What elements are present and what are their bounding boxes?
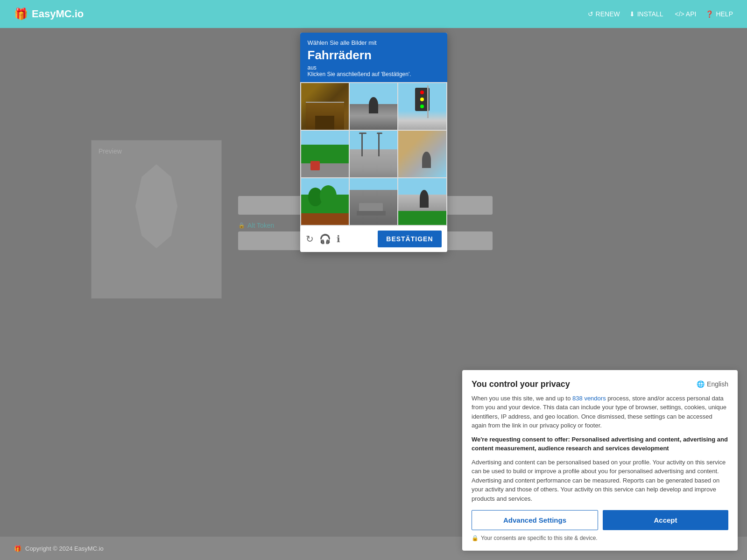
accept-button[interactable]: Accept <box>603 510 728 530</box>
captcha-grid <box>300 82 447 226</box>
privacy-note-icon: 🔒 <box>472 535 479 541</box>
captcha-cell-1[interactable] <box>301 83 349 130</box>
download-icon: ⬇ <box>629 10 635 18</box>
gift-icon: 🎁 <box>14 7 28 21</box>
captcha-cell-3[interactable] <box>398 83 446 130</box>
captcha-cell-4[interactable] <box>301 131 349 177</box>
header-nav: ↺ RENEW ⬇ INSTALL </> API ❓ HELP <box>588 10 733 18</box>
flag-icon: 🌐 <box>697 380 705 388</box>
privacy-footer-note: 🔒 Your consents are specific to this sit… <box>472 535 728 541</box>
nav-renew[interactable]: ↺ RENEW <box>588 10 620 18</box>
privacy-consent-title: We're requesting consent to offer: Perso… <box>472 435 728 453</box>
help-icon: ❓ <box>705 10 713 18</box>
captcha-cell-5[interactable] <box>350 131 397 177</box>
privacy-header: You control your privacy 🌐 English <box>472 379 728 389</box>
nav-install[interactable]: ⬇ INSTALL <box>629 10 663 18</box>
refresh-icon[interactable]: ↻ <box>306 233 314 245</box>
info-icon[interactable]: ℹ <box>337 233 340 245</box>
captcha-instruction-small: Wählen Sie alle Bilder mit <box>308 39 440 46</box>
nav-help[interactable]: ❓ HELP <box>705 10 733 18</box>
captcha-instruction-title: Fahrrädern <box>308 48 440 63</box>
audio-icon[interactable]: 🎧 <box>319 233 331 245</box>
advanced-settings-button[interactable]: Advanced Settings <box>472 510 598 530</box>
captcha-footer: ↻ 🎧 ℹ BESTÄTIGEN <box>300 226 447 252</box>
captcha-cell-6[interactable] <box>398 131 446 177</box>
privacy-body-3: Advertising and content can be personali… <box>472 458 728 504</box>
privacy-language[interactable]: 🌐 English <box>697 380 728 388</box>
privacy-buttons: Advanced Settings Accept <box>472 510 728 530</box>
privacy-banner: You control your privacy 🌐 English When … <box>462 370 738 551</box>
captcha-instruction-sub: aus Klicken Sie anschließend auf 'Bestät… <box>308 64 440 77</box>
footer-text: 🎁 Copyright © 2024 EasyMC.io <box>14 545 104 552</box>
logo-text: EasyMC.io <box>32 8 84 20</box>
captcha-header: Wählen Sie alle Bilder mit Fahrrädern au… <box>300 33 447 82</box>
nav-api[interactable]: </> API <box>672 10 696 18</box>
captcha-cell-7[interactable] <box>301 178 349 225</box>
privacy-body-1: When you use this site, we and up to 838… <box>472 394 728 430</box>
privacy-title: You control your privacy <box>472 379 570 389</box>
vendors-link[interactable]: 838 vendors <box>572 395 606 402</box>
footer-gift-icon: 🎁 <box>14 545 21 552</box>
renew-icon: ↺ <box>588 10 593 18</box>
captcha-cell-2[interactable] <box>350 83 397 130</box>
captcha-modal: Wählen Sie alle Bilder mit Fahrrädern au… <box>300 33 447 252</box>
logo[interactable]: 🎁 EasyMC.io <box>14 7 84 21</box>
captcha-footer-icons: ↻ 🎧 ℹ <box>306 233 340 245</box>
confirm-button[interactable]: BESTÄTIGEN <box>378 231 441 247</box>
captcha-cell-8[interactable] <box>350 178 397 225</box>
captcha-cell-9[interactable] <box>398 178 446 225</box>
header: 🎁 EasyMC.io ↺ RENEW ⬇ INSTALL </> API ❓ … <box>0 0 747 28</box>
